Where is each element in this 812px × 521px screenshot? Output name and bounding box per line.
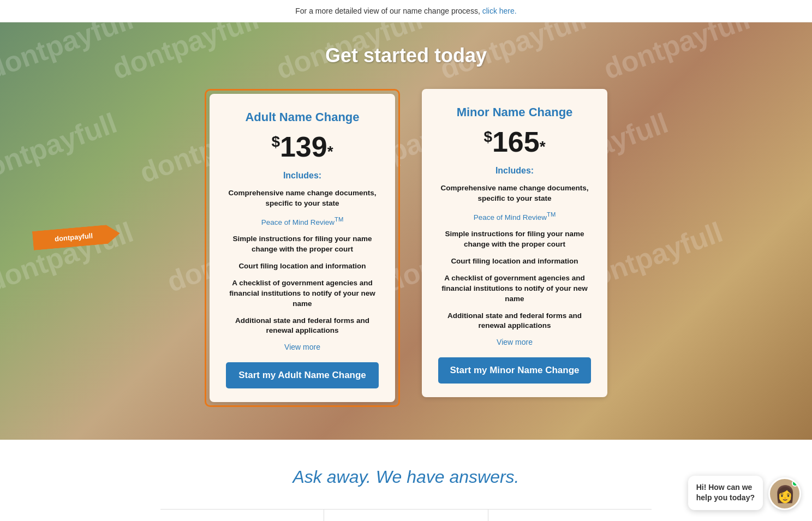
minor-feature-5: A checklist of government agencies and f… (438, 273, 591, 304)
arrow-label: dontpayfull (32, 224, 121, 250)
adult-card-price: $139* (226, 133, 379, 161)
adult-feature-4: Court filing location and information (226, 261, 379, 272)
minor-feature-4: Court filing location and information (438, 256, 591, 267)
adult-card-highlight: Adult Name Change $139* Includes: Compre… (205, 89, 400, 407)
adult-feature-2: Peace of Mind ReviewTM (226, 215, 379, 227)
adult-dollar-sign: $ (271, 133, 280, 150)
adult-asterisk: * (327, 143, 333, 160)
bottom-columns: Common questions A specialist is here to… (160, 509, 652, 521)
hero-section: dontpayfull dontpayfull dontpayfull dont… (0, 22, 812, 440)
minor-price-value: 165 (492, 126, 540, 158)
bottom-col-common-questions[interactable]: Common questions (160, 510, 324, 521)
watermark-6: dontpayfull (0, 106, 121, 189)
watermark-5: dontpayfull (599, 22, 754, 86)
minor-asterisk: * (540, 138, 546, 155)
adult-cta-button[interactable]: Start my Adult Name Change (226, 362, 379, 388)
watermark-10: dontpayfull (0, 215, 138, 298)
watermark-1: dontpayfull (0, 22, 138, 86)
watermark-2: dontpayfull (108, 22, 263, 86)
online-indicator (792, 480, 798, 487)
adult-feature-6: Additional state and federal forms and r… (226, 316, 379, 337)
minor-card-price: $165* (438, 128, 591, 156)
top-bar-text: For a more detailed view of our name cha… (295, 7, 480, 15)
minor-feature-list: Comprehensive name change documents, spe… (438, 183, 591, 331)
chat-bubble: Hi! How can we help you today? (688, 476, 763, 510)
chat-avatar[interactable]: 👩 (768, 477, 801, 510)
minor-cta-button[interactable]: Start my Minor Name Change (438, 357, 591, 384)
bottom-title: Ask away. We have answers. (11, 467, 801, 487)
bottom-col-attorney[interactable]: Speak with an attorney (488, 510, 652, 521)
hero-title: Get started today (325, 44, 487, 67)
chat-bubble-line2: help you today? (696, 493, 755, 502)
minor-dollar-sign: $ (483, 128, 492, 145)
chat-bubble-line1: Hi! How can we (696, 483, 753, 492)
minor-includes-label: Includes: (438, 166, 591, 176)
minor-view-more-link[interactable]: View more (438, 338, 591, 346)
minor-feature-3: Simple instructions for filing your name… (438, 229, 591, 250)
minor-card-title: Minor Name Change (438, 105, 591, 119)
adult-price-value: 139 (280, 131, 327, 163)
adult-feature-3: Simple instructions for filing your name… (226, 234, 379, 255)
adult-feature-1: Comprehensive name change documents, spe… (226, 188, 379, 209)
minor-feature-2: Peace of Mind ReviewTM (438, 211, 591, 223)
top-bar: For a more detailed view of our name cha… (0, 0, 812, 22)
adult-view-more-link[interactable]: View more (226, 343, 379, 351)
minor-pricing-card: Minor Name Change $165* Includes: Compre… (422, 89, 607, 397)
adult-card-title: Adult Name Change (226, 110, 379, 124)
bottom-col-specialist[interactable]: A specialist is here to help (324, 510, 488, 521)
adult-pricing-card: Adult Name Change $139* Includes: Compre… (210, 94, 395, 402)
cards-container: Adult Name Change $139* Includes: Compre… (205, 89, 607, 407)
adult-feature-5: A checklist of government agencies and f… (226, 278, 379, 309)
watermark-arrow: dontpayfull (33, 227, 120, 247)
minor-feature-6: Additional state and federal forms and r… (438, 311, 591, 332)
adult-includes-label: Includes: (226, 171, 379, 181)
chat-widget[interactable]: Hi! How can we help you today? 👩 (688, 476, 801, 510)
minor-feature-1: Comprehensive name change documents, spe… (438, 183, 591, 204)
adult-feature-list: Comprehensive name change documents, spe… (226, 188, 379, 336)
click-here-link[interactable]: click here. (482, 7, 517, 15)
